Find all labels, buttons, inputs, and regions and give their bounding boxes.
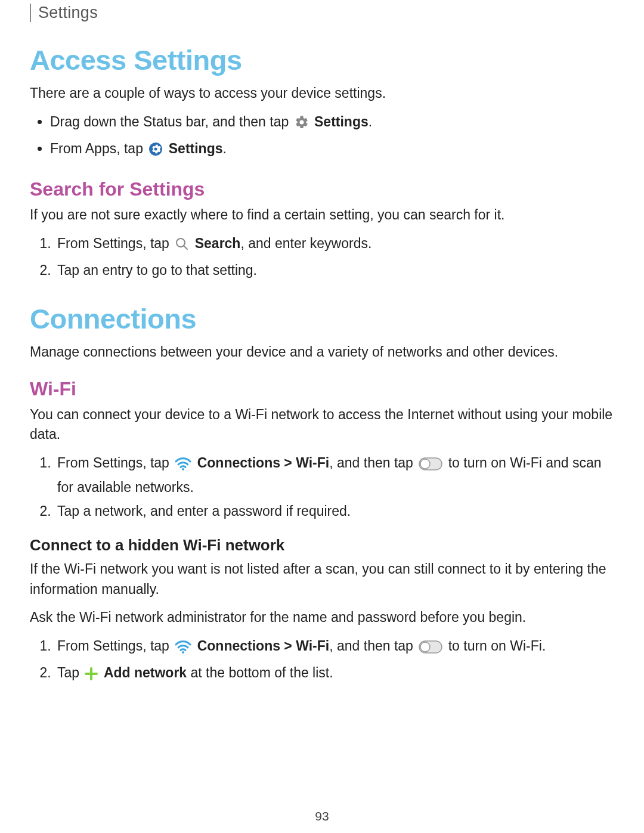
text: From Settings, tap xyxy=(57,236,173,251)
text: . xyxy=(222,141,226,156)
svg-point-5 xyxy=(420,459,430,469)
hidden-steps: From Settings, tap Connections > Wi-Fi, … xyxy=(30,636,614,686)
bold-text: Add network xyxy=(104,665,187,680)
text: From Apps, tap xyxy=(50,141,147,156)
list-item: Drag down the Status bar, and then tap S… xyxy=(50,112,614,136)
page-number: 93 xyxy=(0,809,644,823)
toggle-off-icon xyxy=(419,456,442,477)
list-item: From Settings, tap Connections > Wi-Fi, … xyxy=(55,453,614,498)
text: Drag down the Status bar, and then tap xyxy=(50,114,293,129)
breadcrumb: Settings xyxy=(30,4,614,22)
wifi-icon xyxy=(175,639,191,660)
text: . xyxy=(369,114,372,129)
access-intro: There are a couple of ways to access you… xyxy=(30,83,614,103)
bold-text: Connections > Wi-Fi xyxy=(197,638,330,654)
text: at the bottom of the list. xyxy=(187,665,333,680)
text: From Settings, tap xyxy=(57,455,173,470)
connections-intro: Manage connections between your device a… xyxy=(30,342,614,362)
text: to turn on Wi-Fi. xyxy=(448,638,546,654)
wifi-steps: From Settings, tap Connections > Wi-Fi, … xyxy=(30,453,614,522)
text: From Settings, tap xyxy=(57,638,173,654)
heading-hidden-wifi: Connect to a hidden Wi-Fi network xyxy=(30,536,614,555)
search-intro: If you are not sure exactly where to fin… xyxy=(30,205,614,225)
toggle-off-icon xyxy=(419,639,442,660)
heading-access-settings: Access Settings xyxy=(30,44,614,76)
heading-connections: Connections xyxy=(30,302,614,335)
bold-text: Settings xyxy=(169,141,223,156)
bold-text: Connections > Wi-Fi xyxy=(197,455,330,470)
wifi-intro: You can connect your device to a Wi-Fi n… xyxy=(30,405,614,445)
breadcrumb-text: Settings xyxy=(38,4,98,21)
plus-icon xyxy=(85,665,98,687)
bold-text: Settings xyxy=(314,114,369,129)
search-steps: From Settings, tap Search, and enter key… xyxy=(30,233,614,281)
settings-app-icon xyxy=(148,141,163,163)
text: , and enter keywords. xyxy=(240,236,371,251)
text: , and then tap xyxy=(329,638,417,654)
gear-icon xyxy=(295,114,309,136)
list-item: Tap a network, and enter a password if r… xyxy=(55,501,614,522)
list-item: From Settings, tap Connections > Wi-Fi, … xyxy=(55,636,614,660)
list-item: From Apps, tap Settings. xyxy=(50,138,614,163)
heading-search-settings: Search for Settings xyxy=(30,178,614,200)
text: Tap xyxy=(57,665,83,680)
svg-point-6 xyxy=(182,651,184,654)
list-item: Tap an entry to go to that setting. xyxy=(55,260,614,281)
list-item: From Settings, tap Search, and enter key… xyxy=(55,233,614,258)
hidden-intro: If the Wi-Fi network you want is not lis… xyxy=(30,559,614,599)
heading-wifi: Wi-Fi xyxy=(30,378,614,400)
search-icon xyxy=(175,236,189,258)
bold-text: Search xyxy=(195,236,241,251)
svg-point-3 xyxy=(182,468,184,470)
svg-point-8 xyxy=(420,642,430,652)
hidden-note: Ask the Wi-Fi network administrator for … xyxy=(30,608,614,627)
access-bullets: Drag down the Status bar, and then tap S… xyxy=(30,112,614,162)
svg-line-2 xyxy=(184,246,188,249)
svg-point-0 xyxy=(149,143,162,156)
wifi-icon xyxy=(175,456,191,477)
text: , and then tap xyxy=(329,455,417,470)
list-item: Tap Add network at the bottom of the lis… xyxy=(55,662,614,687)
